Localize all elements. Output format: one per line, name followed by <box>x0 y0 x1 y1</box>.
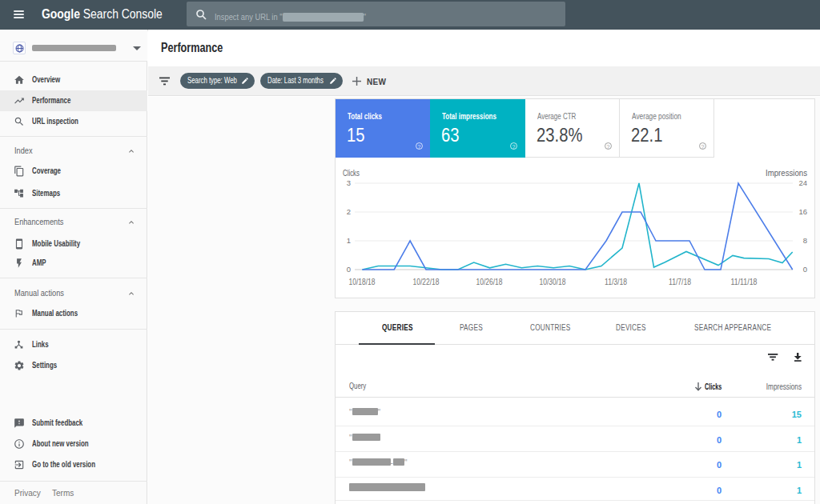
svg-text:16: 16 <box>798 207 807 216</box>
svg-text:10/30/18: 10/30/18 <box>540 278 566 286</box>
svg-text:Clicks: Clicks <box>343 169 360 178</box>
svg-text:11/3/18: 11/3/18 <box>605 278 627 286</box>
svg-text:10/22/18: 10/22/18 <box>413 278 440 286</box>
svg-text:8: 8 <box>803 236 807 245</box>
svg-text:0: 0 <box>803 265 807 274</box>
svg-text:0: 0 <box>347 265 351 274</box>
svg-text:11/11/18: 11/11/18 <box>731 278 758 286</box>
svg-text:3: 3 <box>347 178 351 187</box>
svg-text:24: 24 <box>798 178 807 187</box>
svg-text:2: 2 <box>347 207 351 216</box>
svg-text:1: 1 <box>347 236 351 245</box>
svg-text:Impressions: Impressions <box>766 169 807 178</box>
svg-text:10/18/18: 10/18/18 <box>349 278 376 286</box>
svg-text:10/26/18: 10/26/18 <box>476 278 503 286</box>
svg-text:11/7/18: 11/7/18 <box>669 278 691 286</box>
